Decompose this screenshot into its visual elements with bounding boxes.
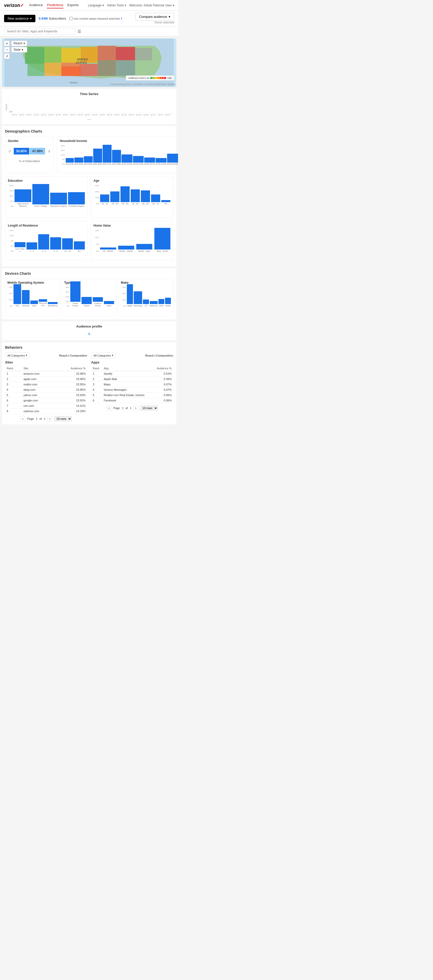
nav-audience[interactable]: Audience xyxy=(29,2,43,8)
age-title: Age xyxy=(94,179,170,183)
bar-group: Motorola xyxy=(150,301,158,307)
nav-predictions[interactable]: Predictions xyxy=(47,2,63,8)
behaviors-section: Behaviors All Categories ▾ Reach | Compo… xyxy=(2,342,176,424)
bar-group: $25K-$34K xyxy=(84,156,93,165)
apps-col-rank: Rank xyxy=(91,366,102,371)
compare-audience-button[interactable]: Compare audience ▾ xyxy=(135,13,174,21)
bar-group: 10 - 25 xyxy=(62,238,73,252)
chevron-down-icon: ▾ xyxy=(26,354,27,357)
demographics-row-2: Education 55%40%25%10%0% High School Dip… xyxy=(5,176,173,218)
bar-group: $400K - $1M xyxy=(136,244,152,252)
sites-table-header: Rank Site Audience % xyxy=(5,366,87,371)
bar-group: $175K-$199K xyxy=(155,158,167,165)
svg-rect-6 xyxy=(116,47,135,60)
collapse-button[interactable]: — xyxy=(5,117,173,121)
demographics-row-1: Gender ♂ 52.62% 47.38% ♀ % of Subscriber… xyxy=(5,136,173,173)
bar-group: $15K-$24K xyxy=(75,158,83,165)
female-icon: ♀ xyxy=(47,148,51,154)
bar-group: iOS xyxy=(14,284,21,307)
bar-group: $0 - $200K xyxy=(100,248,116,252)
admin-tools-dropdown[interactable]: Admin Tools ▾ xyxy=(107,3,126,7)
zoom-out-button[interactable]: − xyxy=(4,47,10,52)
sites-col-rank: Rank xyxy=(5,366,22,371)
bar-group: 25+ xyxy=(74,241,85,252)
svg-rect-5 xyxy=(98,46,116,60)
time-series-xaxis: Q2'22 Q3'22 Q4'22 Q1'23 Q2'23 Q3'23 Q4'2… xyxy=(9,114,173,116)
gender-title: Gender xyxy=(8,139,51,143)
apps-header-row: Rank App Audience % xyxy=(91,366,173,371)
search-input[interactable] xyxy=(4,28,75,35)
state-dropdown[interactable]: State ▾ xyxy=(11,47,27,52)
sites-next-button[interactable]: › xyxy=(48,416,52,421)
type-card: Type 80%60%40%20%0% Smart Phone Tablet F… xyxy=(62,278,117,316)
svg-rect-13 xyxy=(116,60,135,76)
type-y-axis: 80%60%40%20%0% xyxy=(64,286,69,307)
apps-page-number: 1 xyxy=(122,407,124,410)
education-title: Education xyxy=(8,179,85,183)
bar-group: Microsoft OS xyxy=(39,299,47,307)
header: verizon✓ Audience Predictions Exports La… xyxy=(0,0,178,11)
info-icon: ℹ xyxy=(121,17,122,20)
reset-button[interactable]: ↺ xyxy=(4,53,10,59)
map-section: + − ↺ Reach ▾ State ▾ Audience Location … xyxy=(2,38,176,87)
gender-bars: 52.62% 47.38% xyxy=(14,148,45,154)
edu-y-axis: 55%40%25%10%0% xyxy=(8,185,14,207)
behaviors-columns: All Categories ▾ Reach | Composition Sit… xyxy=(5,353,173,421)
apps-table-body: 1 Spotify 0.53% 2 Apple Mail 0.39% 3 Map… xyxy=(91,371,173,403)
lor-bars: Less Than 1 1 - 2 3 - 4 5 - 9 10 - 25 25… xyxy=(14,229,85,252)
language-dropdown[interactable]: Language ▾ xyxy=(88,3,104,7)
table-row: 5 yahoo.com 23.93% xyxy=(5,393,87,398)
demographics-title: Demographics Charts xyxy=(5,129,173,133)
sites-table: Rank Site Audience % 1 amazon.com 23.96%… xyxy=(5,366,87,414)
home-value-card: Home Value 18%12%6%0% $0 - $200K $200K -… xyxy=(91,221,173,260)
apps-table: Rank App Audience % 1 Spotify 0.53% 2 Ap… xyxy=(91,366,173,403)
sites-rows-select[interactable]: 10 rows 25 rows 50 rows xyxy=(54,416,72,421)
svg-text:STATES: STATES xyxy=(76,61,87,64)
bar-group: $1M - $10M xyxy=(154,228,170,252)
svg-rect-14 xyxy=(61,66,81,76)
education-card: Education 55%40%25%10%0% High School Dip… xyxy=(5,176,87,218)
mobile-os-card: Mobile Operating System 60%40%20%0% iOS … xyxy=(5,278,60,316)
user-menu[interactable]: Welcome: Astute Palomar User ▾ xyxy=(129,3,174,7)
apps-rows-select[interactable]: 10 rows 25 rows 50 rows xyxy=(140,406,158,410)
chevron-down-icon: ▾ xyxy=(22,48,23,51)
context-aware-checkbox[interactable] xyxy=(69,17,73,20)
gender-chart: ♂ 52.62% 47.38% ♀ xyxy=(8,148,51,154)
age-bars: 18 - 24 25 - 34 35 - 44 45 - 54 55 - 64 … xyxy=(100,185,170,205)
bar-group: 5 - 9 xyxy=(50,237,61,252)
demographics-section: Demographics Charts Gender ♂ 52.62% 47.3… xyxy=(2,126,176,266)
sites-category-dropdown[interactable]: All Categories ▾ xyxy=(5,353,30,358)
bar-group: $50K-$74K xyxy=(103,145,111,165)
bar-group: Apple xyxy=(127,284,133,307)
bar-group: $75K-$99K xyxy=(112,150,121,165)
verizon-logo: verizon✓ xyxy=(4,3,24,8)
home-value-title: Home Value xyxy=(94,224,170,228)
sites-prev-button[interactable]: ‹ xyxy=(21,416,25,421)
bar-group: 3 - 4 xyxy=(38,234,49,252)
nav-exports[interactable]: Exports xyxy=(68,2,79,8)
table-row: 2 apple.com 23.96% xyxy=(5,377,87,382)
svg-rect-7 xyxy=(135,48,152,60)
gender-chart-card: Gender ♂ 52.62% 47.38% ♀ % of Subscriber… xyxy=(5,136,54,173)
apps-next-button[interactable]: › xyxy=(133,405,138,410)
time-series-title: Time Series xyxy=(5,92,173,96)
reach-dropdown[interactable]: Reach ▾ xyxy=(11,41,27,46)
income-y-axis: 28%20%12%4%0% xyxy=(60,145,65,165)
new-audience-button[interactable]: New audience ▾ xyxy=(4,15,35,22)
time-series-chart: 0% xyxy=(9,98,173,113)
apps-pagination: ‹ Page 1 of 1 › 10 rows 25 rows 50 rows xyxy=(91,405,173,410)
apps-prev-button[interactable]: ‹ xyxy=(106,405,111,410)
zoom-in-button[interactable]: + xyxy=(4,41,10,46)
list-icon[interactable]: ☰ xyxy=(78,29,81,34)
female-bar: 47.38% xyxy=(30,148,45,154)
apps-category-dropdown[interactable]: All Categories ▾ xyxy=(91,353,116,358)
income-bars: $1K-$14K $15K-$24K $25K-$34K $35K-$49K $… xyxy=(66,145,178,165)
sites-column: All Categories ▾ Reach | Composition Sit… xyxy=(5,353,87,421)
chevron-down-icon: ▾ xyxy=(24,41,25,45)
bar-group: Less Than 1 xyxy=(14,242,25,252)
mobile-os-title: Mobile Operating System xyxy=(7,281,57,285)
length-of-residence-card: Length of Residence 16%12%8%4%0% Less Th… xyxy=(5,221,87,260)
household-income-title: Household Income xyxy=(60,139,178,143)
male-bar: 52.62% xyxy=(14,148,29,154)
add-icon[interactable]: ＋ xyxy=(5,330,173,337)
